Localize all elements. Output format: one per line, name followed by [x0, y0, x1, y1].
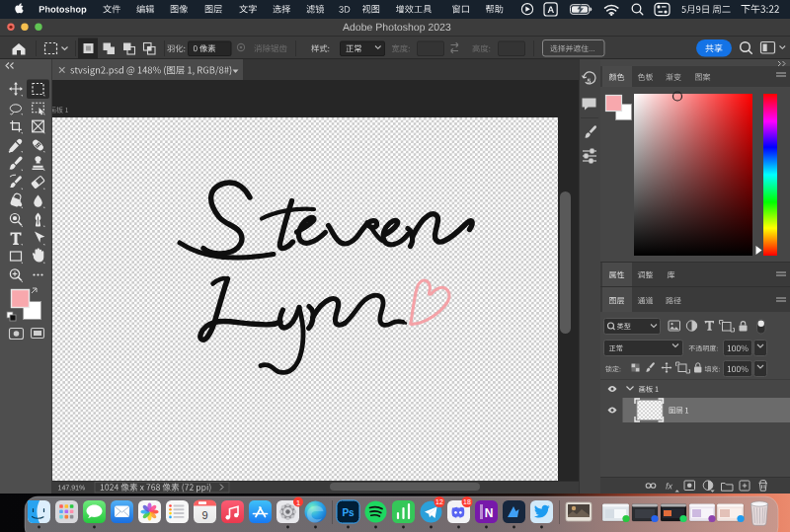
svg-text:N: N — [485, 506, 494, 520]
svg-text:1: 1 — [296, 498, 300, 507]
svg-text:18: 18 — [463, 498, 471, 505]
svg-text:12: 12 — [435, 498, 443, 505]
svg-text:Ps: Ps — [342, 507, 355, 518]
svg-text:9: 9 — [201, 509, 207, 521]
